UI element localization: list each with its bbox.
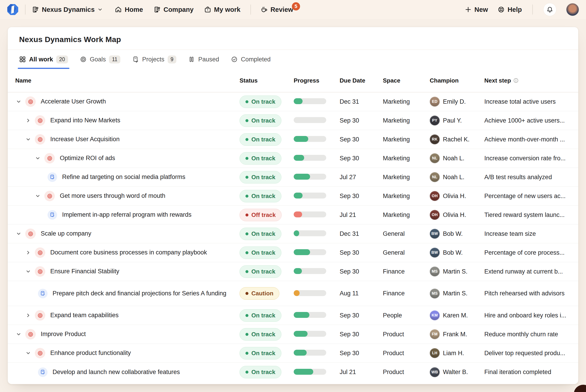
space: Marketing — [383, 155, 430, 162]
champion-cell: MS Martin S. — [430, 266, 484, 276]
status-badge[interactable]: On track — [240, 228, 281, 240]
table-row[interactable]: Implement in-app referral program with r… — [8, 206, 578, 224]
chevron-icon[interactable] — [15, 98, 22, 105]
chat-bubble-button[interactable] — [574, 385, 586, 392]
row-name[interactable]: Expand team capabilities — [50, 311, 119, 319]
chevron-icon[interactable] — [15, 331, 22, 338]
status-badge[interactable]: On track — [240, 96, 281, 108]
tab-label: Goals — [90, 56, 106, 63]
col-space: Space — [383, 77, 430, 84]
table-row[interactable]: Expand team capabilities On track Sep 30… — [8, 306, 578, 325]
chevron-icon[interactable] — [25, 268, 32, 275]
row-name[interactable]: Improve Product — [41, 330, 86, 338]
table-row[interactable]: Prepare pitch deck and financial project… — [8, 281, 578, 306]
row-name[interactable]: Scale up company — [41, 230, 91, 238]
status-badge[interactable]: On track — [240, 246, 281, 259]
avatar[interactable]: BW — [430, 248, 440, 258]
tab-projects[interactable]: Projects 9 — [132, 50, 176, 69]
avatar[interactable]: OH — [430, 210, 440, 220]
champion-cell: WB Walter B. — [430, 367, 484, 377]
tab-goals[interactable]: Goals 11 — [80, 50, 120, 69]
table-row[interactable]: Enhance product functionality On track S… — [8, 344, 578, 363]
avatar[interactable]: KM — [430, 310, 440, 320]
info-icon[interactable] — [513, 78, 519, 83]
chevron-icon[interactable] — [34, 192, 41, 200]
status-badge[interactable]: Caution — [240, 287, 279, 300]
table-row[interactable]: Expand into New Markets On track Sep 30 … — [8, 111, 578, 130]
table-row[interactable]: Increase User Acquisition On track Sep 3… — [8, 130, 578, 149]
new-button[interactable]: New — [464, 6, 488, 14]
avatar[interactable]: MS — [430, 288, 440, 298]
avatar[interactable]: WB — [430, 367, 440, 377]
avatar[interactable]: MS — [430, 266, 440, 276]
avatar[interactable]: NL — [430, 172, 440, 182]
notifications-button[interactable] — [543, 3, 556, 16]
table-row[interactable]: Get more users through word of mouth On … — [8, 187, 578, 206]
row-name[interactable]: Accelerate User Growth — [41, 98, 106, 106]
status-dot-icon — [245, 314, 248, 317]
table-row[interactable]: Improve Product On track Sep 30 Product … — [8, 325, 578, 344]
table-row[interactable]: Scale up company On track Dec 31 General… — [8, 224, 578, 243]
row-name[interactable]: Get more users through word of mouth — [60, 192, 165, 200]
chevron-icon[interactable] — [25, 249, 32, 256]
row-name[interactable]: Implement in-app referral program with r… — [62, 211, 192, 219]
status-badge[interactable]: On track — [240, 347, 281, 360]
table-row[interactable]: Refine ad targeting on social media plat… — [8, 168, 578, 187]
row-name[interactable]: Optimize ROI of ads — [60, 154, 115, 162]
status-badge[interactable]: On track — [240, 366, 281, 378]
status-badge[interactable]: On track — [240, 190, 281, 202]
status-badge[interactable]: On track — [240, 265, 281, 278]
chevron-icon[interactable] — [25, 350, 32, 356]
nav-review[interactable]: Review 5 — [260, 6, 293, 14]
status-badge[interactable]: Off track — [240, 209, 282, 221]
champion-name: Martin S. — [443, 268, 467, 275]
avatar[interactable]: FM — [430, 329, 440, 339]
table-row[interactable]: Optimize ROI of ads On track Sep 30 Mark… — [8, 149, 578, 168]
row-name[interactable]: Ensure Financial Stability — [50, 268, 119, 275]
table-row[interactable]: Develop and launch new collaborative fea… — [8, 363, 578, 382]
workspace-switcher[interactable]: Nexus Dynamics — [32, 6, 103, 14]
row-name[interactable]: Refine ad targeting on social media plat… — [62, 173, 185, 181]
app-logo-icon[interactable] — [7, 4, 19, 16]
avatar[interactable]: LH — [430, 348, 440, 358]
tab-all-work[interactable]: All work 20 — [19, 50, 68, 69]
help-button[interactable]: Help — [497, 6, 522, 14]
table-row[interactable]: Ensure Financial Stability On track Sep … — [8, 262, 578, 281]
nav-my-work[interactable]: My work — [204, 6, 240, 14]
avatar[interactable]: OH — [430, 191, 440, 201]
avatar[interactable]: RK — [430, 134, 440, 144]
avatar[interactable]: PY — [430, 116, 440, 126]
status-badge[interactable]: On track — [240, 328, 281, 340]
row-name[interactable]: Enhance product functionality — [50, 349, 131, 357]
nav-company[interactable]: Company — [154, 6, 194, 14]
tab-paused[interactable]: Paused — [188, 50, 219, 69]
status-badge[interactable]: On track — [240, 171, 281, 184]
row-name[interactable]: Expand into New Markets — [50, 116, 120, 124]
status-badge[interactable]: On track — [240, 114, 281, 127]
row-name[interactable]: Increase User Acquisition — [50, 135, 120, 143]
status-badge[interactable]: On track — [240, 152, 281, 164]
chevron-icon[interactable] — [25, 117, 32, 124]
table-row[interactable]: Document core business processes in comp… — [8, 243, 578, 262]
progress-cell — [294, 117, 340, 124]
table-row[interactable]: Accelerate User Growth On track Dec 31 M… — [8, 92, 578, 111]
tab-completed[interactable]: Completed — [231, 50, 271, 69]
user-avatar[interactable] — [566, 3, 579, 16]
status-badge[interactable]: On track — [240, 309, 281, 322]
nav-home[interactable]: Home — [115, 6, 143, 14]
goal-icon — [35, 115, 45, 126]
chevron-icon[interactable] — [25, 136, 32, 143]
avatar[interactable]: ED — [430, 97, 440, 107]
chevron-icon[interactable] — [25, 312, 32, 319]
row-name[interactable]: Develop and launch new collaborative fea… — [53, 368, 180, 376]
avatar[interactable]: NL — [430, 153, 440, 163]
row-name-cell: Prepare pitch deck and financial project… — [8, 289, 240, 298]
status-badge[interactable]: On track — [240, 133, 281, 146]
row-name[interactable]: Document core business processes in comp… — [50, 248, 207, 256]
avatar[interactable]: BW — [430, 229, 440, 239]
chevron-icon[interactable] — [15, 230, 22, 237]
chevron-icon[interactable] — [34, 155, 41, 162]
row-name[interactable]: Prepare pitch deck and financial project… — [53, 290, 226, 298]
goal-icon — [44, 191, 55, 201]
progress-fill — [294, 268, 302, 274]
